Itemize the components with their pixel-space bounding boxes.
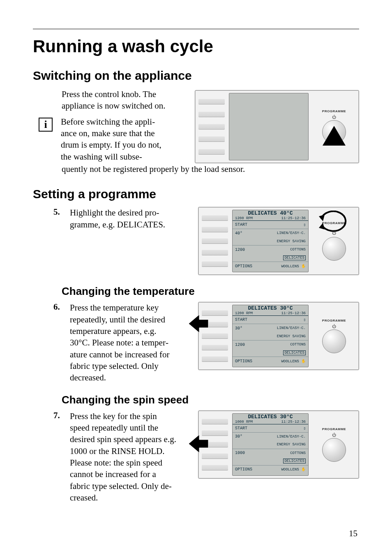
control-panel-illustration-3: DELICATES 30°C 1200 RPM 11:25-12:36 STAR… [198,302,359,370]
panel-key [198,136,225,142]
top-rule [33,29,359,29]
screen-value: COTTONS [290,248,306,252]
control-panel-illustration-4: DELICATES 30°C 1000 RPM 11:25-12:36 STAR… [198,410,359,479]
para-press-knob: Press the control knob. The appliance is… [62,88,177,112]
step-number: 5. [53,207,63,217]
panel-key [198,149,225,155]
screen-label: 1000 [235,451,245,455]
knob-label: PROGRAMME [322,109,346,113]
step-number: 6. [53,302,63,312]
knob-label: PROGRAMME [322,319,346,322]
screen-value: COTTONS [290,451,306,455]
screen-value: WOOLLENS [281,359,299,364]
screen-label: START [235,222,247,227]
screen-label: 30° [235,434,242,439]
display-screen: DELICATES 40°C 1200 RPM 11:25-12:36 STAR… [232,210,309,272]
screen-label: OPTIONS [235,467,252,472]
knob-label: PROGRAMME [322,427,346,431]
screen-time: 11:25-12:36 [281,216,306,220]
screen-rpm: 1200 RPM [235,311,253,315]
control-knob [322,329,346,353]
screen-selected: DELICATES [283,459,306,463]
screen-value: COTTONS [290,343,306,347]
control-knob [322,237,346,261]
page-title: Running a wash cycle [33,37,359,56]
panel-key [202,333,228,339]
control-knob [322,438,346,462]
page-number: 15 [349,528,357,539]
screen-time: 11:25-12:36 [281,420,306,424]
panel-key-spin-speed [202,442,228,447]
screen-selected: DELICATES [283,350,306,355]
screen-selected: DELICATES [283,255,306,260]
svg-marker-2 [189,315,208,333]
power-icon: ⏻ [332,324,336,329]
rotate-arrow-icon [316,211,352,235]
section-heading-changing-spin-speed: Changing the spin speed [62,394,359,406]
panel-key [198,99,225,104]
section-heading-switching-on: Switching on the appliance [33,69,359,83]
load-icon: ▯ [304,222,306,227]
screen-title: DELICATES 30°C [233,305,308,311]
section-heading-changing-temperature: Changing the temperature [62,285,359,298]
panel-key [202,419,228,424]
screen-label: 30° [235,326,242,331]
screen-value: ENERGY SAVING [277,334,306,338]
panel-key [198,124,225,130]
panel-key [202,238,228,244]
info-icon: i [39,118,53,132]
screen-label: START [235,317,247,322]
screen-value: ENERGY SAVING [277,239,306,243]
screen-title: DELICATES 40°C [233,210,308,216]
screen-rpm: 1200 RPM [235,216,253,220]
screen-label: 1200 [235,248,245,252]
panel-key [202,227,228,232]
screen-rpm: 1000 RPM [235,420,253,424]
power-icon: ⏻ [332,115,336,119]
display-screen-blank [229,93,309,160]
screen-label: START [235,426,247,431]
step-text: Press the temperature key repeatedly, un… [70,302,177,383]
section-heading-setting-programme: Setting a programme [33,187,359,201]
screen-value: LINEN/EASY-C. [277,231,306,235]
screen-value: LINEN/EASY-C. [277,435,306,439]
step-number: 7. [53,410,63,421]
panel-key [198,111,225,117]
panel-key [202,453,228,459]
control-panel-illustration-2: DELICATES 40°C 1200 RPM 11:25-12:36 STAR… [198,207,359,275]
para-drum-empty: Before switching the appli­ance on, make… [61,116,168,162]
screen-value: ENERGY SAVING [277,442,306,447]
panel-key-temperature [202,322,228,327]
screen-time: 11:25-12:36 [281,311,306,315]
handwash-icon: ✋ [301,468,306,472]
load-icon: ▯ [304,426,306,431]
power-icon: ⏻ [332,433,336,437]
arrow-press-up-icon [323,126,346,146]
svg-marker-0 [319,215,325,221]
panel-key [202,356,228,362]
handwash-icon: ✋ [301,264,306,269]
step-text: Press the key for the spin speed repeate… [70,410,177,504]
screen-value: LINEN/EASY-C. [277,326,306,330]
control-panel-illustration-1: PROGRAMME ⏻ [195,90,359,163]
para-drum-empty-cont: quently not be registered properly by th… [62,163,359,175]
handwash-icon: ✋ [301,359,306,364]
display-screen: DELICATES 30°C 1200 RPM 11:25-12:36 STAR… [232,305,309,367]
panel-key [202,215,228,221]
screen-label: 1200 [235,343,245,347]
panel-key [202,465,228,470]
svg-marker-3 [189,435,208,453]
screen-label: OPTIONS [235,264,252,269]
panel-key [202,261,228,267]
load-icon: ▯ [304,317,306,322]
display-screen: DELICATES 30°C 1000 RPM 11:25-12:36 STAR… [232,413,309,476]
panel-key [202,250,228,255]
step-text: Highlight the desired pro­gramme, e.g. D… [70,207,177,230]
screen-value: WOOLLENS [281,468,299,472]
screen-label: 40° [235,231,242,236]
screen-label: OPTIONS [235,359,252,364]
screen-value: WOOLLENS [281,264,299,269]
screen-title: DELICATES 30°C [233,414,308,420]
svg-marker-1 [319,223,325,229]
panel-key [202,345,228,350]
